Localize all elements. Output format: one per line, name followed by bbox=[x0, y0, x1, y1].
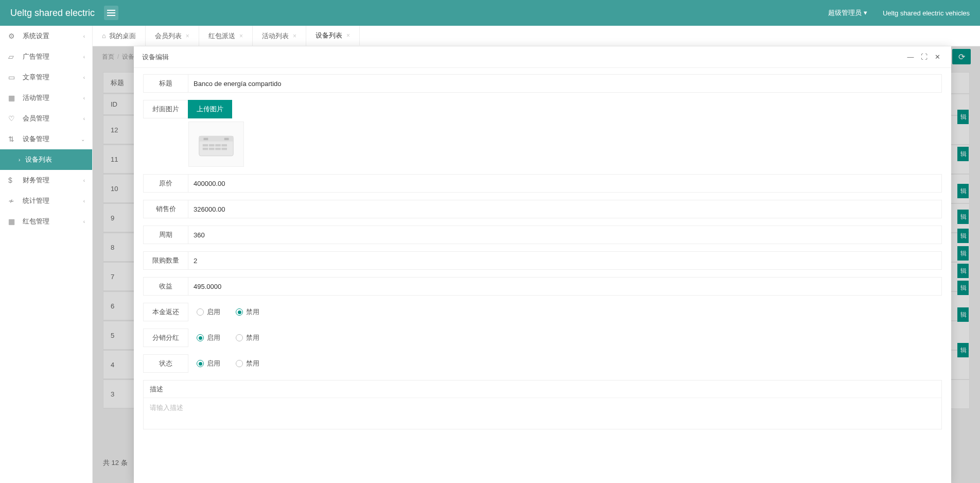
user-menu[interactable]: 超级管理员 ▾ bbox=[828, 8, 867, 18]
company-name: Ueltg shared electric vehicles bbox=[883, 9, 970, 17]
menu-toggle-button[interactable] bbox=[104, 6, 118, 20]
app-header: Ueltg shared electric 超级管理员 ▾ Ueltg shar… bbox=[0, 0, 980, 26]
brand-title: Ueltg shared electric bbox=[10, 8, 95, 19]
